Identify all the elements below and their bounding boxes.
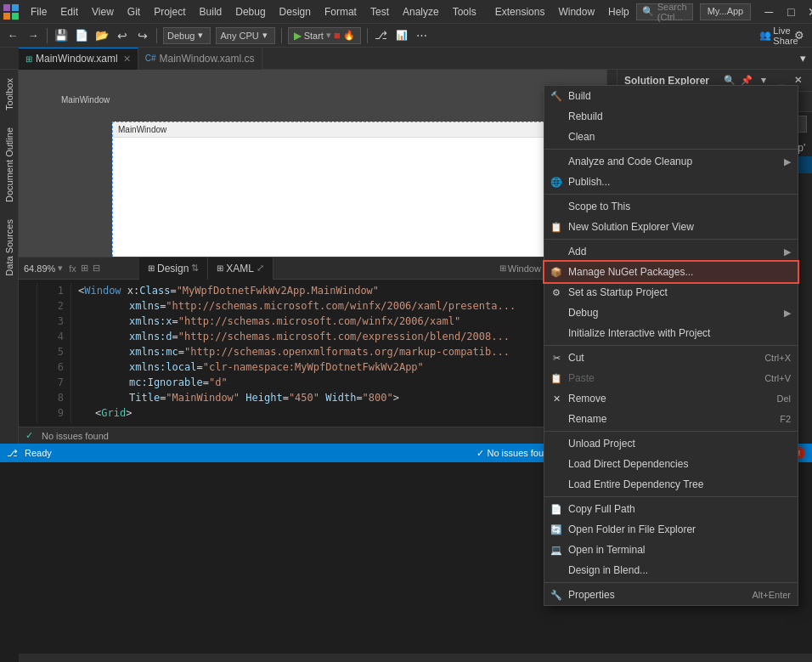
- cm-label-analyze: Analyze and Code Cleanup: [568, 156, 692, 167]
- cm-item-properties[interactable]: 🔧PropertiesAlt+Enter: [544, 585, 798, 605]
- menu-extensions[interactable]: Extensions: [488, 4, 552, 20]
- forward-button[interactable]: →: [24, 26, 42, 45]
- grid-icon[interactable]: ⊞: [81, 263, 88, 274]
- cm-item-design_blend[interactable]: Design in Blend...: [544, 560, 798, 580]
- tab-xaml-mode[interactable]: ⊞ XAML ⤢: [208, 257, 273, 280]
- menu-test[interactable]: Test: [364, 4, 396, 20]
- cm-item-build[interactable]: 🔨Build: [544, 86, 798, 106]
- live-share-button[interactable]: 👥 Live Share: [770, 26, 788, 45]
- cm-item-rename[interactable]: RenameF2: [544, 409, 798, 429]
- cs-file-icon: C#: [145, 54, 156, 63]
- tab-close-xaml[interactable]: ✕: [123, 54, 131, 65]
- menu-file[interactable]: File: [24, 4, 54, 20]
- menu-edit[interactable]: Edit: [54, 4, 85, 20]
- menu-design[interactable]: Design: [273, 4, 318, 20]
- menu-debug[interactable]: Debug: [228, 4, 272, 20]
- menu-tools[interactable]: Tools: [446, 4, 483, 20]
- menu-help[interactable]: Help: [601, 4, 636, 20]
- close-button[interactable]: ✕: [802, 3, 812, 21]
- line-numbers: 1 2 3 4 5 6 7 8 9: [37, 283, 71, 423]
- tab-design-mode[interactable]: ⊞ Design ⇅: [139, 257, 208, 280]
- cm-item-clean[interactable]: Clean: [544, 127, 798, 147]
- tab-mainwindow-cs[interactable]: C# MainWindow.xaml.cs: [138, 48, 262, 70]
- preview-title: MainWindow: [118, 125, 166, 134]
- cm-shortcut-remove: Del: [776, 393, 791, 404]
- cm-icon-startup: ⚙: [550, 286, 563, 299]
- live-share-icon: 👥: [759, 30, 771, 41]
- menu-window[interactable]: Window: [551, 4, 601, 20]
- bottom-section: 64.89% ▾ fx ⊞ ⊟ ⊞ Design ⇅ ⊞ XAML ⤢: [19, 257, 617, 444]
- editor-statusline: ✓ No issues found Ln: 1 Ch: 1 S: [19, 427, 617, 444]
- cm-item-publish[interactable]: 🌐Publish...: [544, 172, 798, 192]
- cm-icon-open_terminal: 💻: [550, 543, 563, 557]
- start-button[interactable]: ▶ Start ▾ ■ 🔥: [288, 27, 361, 44]
- cm-item-copy_path[interactable]: 📄Copy Full Path: [544, 499, 798, 519]
- menu-bar: File Edit View Git Project Build Debug D…: [0, 0, 812, 24]
- cm-label-load_direct: Load Direct Dependencies: [568, 458, 688, 470]
- formula-icon[interactable]: fx: [69, 263, 76, 274]
- cm-label-paste: Paste: [568, 372, 595, 384]
- cm-label-nuget: Manage NuGet Packages...: [568, 266, 693, 278]
- account-button[interactable]: My...App: [700, 3, 752, 20]
- cm-item-interactive[interactable]: Initialize Interactive with Project: [544, 323, 798, 343]
- back-button[interactable]: ←: [3, 26, 22, 45]
- cm-item-open_folder[interactable]: 🔄Open Folder in File Explorer: [544, 519, 798, 540]
- redo-button[interactable]: ↪: [133, 26, 152, 45]
- cm-label-load_entire: Load Entire Dependency Tree: [568, 478, 703, 490]
- menu-project[interactable]: Project: [147, 4, 192, 20]
- sidebar-item-document-outline[interactable]: Document Outline: [4, 127, 14, 202]
- cm-item-remove[interactable]: ✕RemoveDel: [544, 388, 798, 409]
- tab-mainwindow-xaml[interactable]: ⊞ MainWindow.xaml ✕: [19, 48, 138, 70]
- design-section: MainWindow MainWindow 64.89% ▾: [19, 70, 617, 444]
- diagnostics-button[interactable]: 📊: [392, 26, 411, 45]
- cm-item-rebuild[interactable]: Rebuild: [544, 106, 798, 127]
- cm-item-add[interactable]: Add▶: [544, 241, 798, 262]
- cm-item-cut[interactable]: ✂CutCtrl+X: [544, 348, 798, 368]
- debug-config-dropdown[interactable]: Debug ▾: [163, 27, 211, 44]
- undo-button[interactable]: ↩: [113, 26, 132, 45]
- git-button[interactable]: ⎇: [372, 26, 391, 45]
- cm-label-debug: Debug: [568, 307, 598, 319]
- open-button[interactable]: 📂: [93, 26, 111, 45]
- settings-icon[interactable]: ⚙: [790, 26, 809, 45]
- tab-dropdown-button[interactable]: ▾: [793, 49, 812, 68]
- cm-item-debug[interactable]: Debug▶: [544, 303, 798, 323]
- cm-item-startup[interactable]: ⚙Set as Startup Project: [544, 282, 798, 303]
- status-left: ⎇ Ready: [7, 448, 52, 459]
- minimize-button[interactable]: ─: [758, 3, 780, 21]
- cm-icon-cut: ✂: [550, 351, 563, 365]
- cm-item-open_terminal[interactable]: 💻Open in Terminal: [544, 540, 798, 560]
- sidebar-item-data-sources[interactable]: Data Sources: [4, 219, 14, 276]
- menu-view[interactable]: View: [85, 4, 121, 20]
- save-button[interactable]: 💾: [52, 26, 70, 45]
- maximize-button[interactable]: □: [780, 3, 802, 21]
- menu-analyze[interactable]: Analyze: [396, 4, 446, 20]
- sidebar-item-toolbox[interactable]: Toolbox: [4, 78, 14, 110]
- cm-icon-nuget: 📦: [550, 265, 563, 279]
- cm-icon-paste: 📋: [550, 371, 563, 385]
- cm-item-analyze[interactable]: Analyze and Code Cleanup▶: [544, 151, 798, 172]
- cm-shortcut-rename: F2: [780, 414, 791, 424]
- more-button[interactable]: ⋯: [413, 26, 431, 45]
- play-icon: ▶: [294, 30, 302, 42]
- cm-item-unload[interactable]: Unload Project: [544, 433, 798, 454]
- menu-git[interactable]: Git: [121, 4, 147, 20]
- cm-item-new_se[interactable]: 📋New Solution Explorer View: [544, 217, 798, 237]
- menu-format[interactable]: Format: [318, 4, 364, 20]
- status-git-icon[interactable]: ⎇: [7, 448, 18, 459]
- cm-label-copy_path: Copy Full Path: [568, 503, 635, 515]
- platform-dropdown[interactable]: Any CPU ▾: [216, 27, 274, 44]
- zoom-dropdown-icon[interactable]: ▾: [58, 263, 63, 274]
- new-file-button[interactable]: 📄: [72, 26, 91, 45]
- context-menu: 🔨BuildRebuildCleanAnalyze and Code Clean…: [544, 85, 798, 606]
- cm-item-nuget[interactable]: 📦Manage NuGet Packages...: [544, 262, 798, 282]
- cm-item-load_entire[interactable]: Load Entire Dependency Tree: [544, 474, 798, 495]
- cm-item-scope[interactable]: Scope to This: [544, 196, 798, 217]
- status-no-issues[interactable]: ✓ No issues found: [476, 448, 554, 459]
- global-search-box[interactable]: 🔍 Search (Ctrl...: [636, 3, 693, 20]
- snap-icon[interactable]: ⊟: [93, 263, 100, 274]
- cm-shortcut-cut: Ctrl+X: [764, 353, 791, 363]
- cm-label-open_folder: Open Folder in File Explorer: [568, 523, 696, 535]
- cm-item-load_direct[interactable]: Load Direct Dependencies: [544, 454, 798, 474]
- menu-build[interactable]: Build: [193, 4, 229, 20]
